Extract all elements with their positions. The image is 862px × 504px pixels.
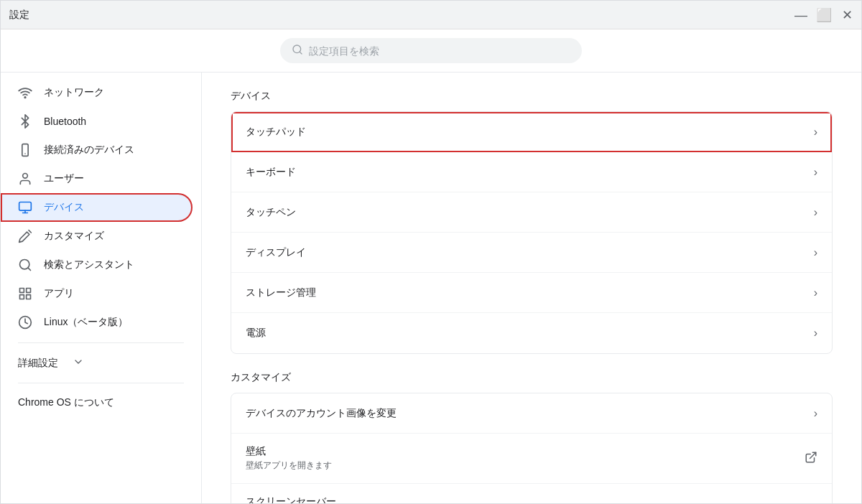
display-chevron-icon: › bbox=[814, 246, 817, 259]
device-item-power[interactable]: 電源 › bbox=[231, 313, 832, 353]
sidebar-label-apps: アプリ bbox=[44, 287, 74, 300]
content-area: デバイス タッチパッド › キーボード › bbox=[202, 73, 861, 504]
window-controls: — ⬜ ✕ bbox=[795, 9, 853, 21]
customize-section-title: カスタマイズ bbox=[231, 371, 833, 384]
power-chevron-icon: › bbox=[814, 327, 817, 340]
maximize-button[interactable]: ⬜ bbox=[818, 9, 830, 21]
customize-item-wallpaper[interactable]: 壁紙 壁紙アプリを開きます bbox=[231, 434, 832, 484]
device-item-storage[interactable]: ストレージ管理 › bbox=[231, 273, 832, 313]
touchpad-label: タッチパッド bbox=[246, 126, 814, 139]
svg-point-5 bbox=[23, 174, 28, 179]
wallpaper-sub: 壁紙アプリを開きます bbox=[246, 459, 805, 472]
search-wrap[interactable] bbox=[280, 38, 582, 63]
svg-line-1 bbox=[300, 52, 302, 54]
sidebar-item-connected-devices[interactable]: 接続済みのデバイス bbox=[1, 136, 193, 164]
customize-item-account-image[interactable]: デバイスのアカウント画像を変更 › bbox=[231, 393, 832, 434]
touchpad-chevron-icon: › bbox=[814, 126, 817, 139]
svg-rect-12 bbox=[20, 289, 24, 293]
sidebar-item-search-assistant[interactable]: 検索とアシスタント bbox=[1, 251, 193, 279]
sidebar-label-bluetooth: Bluetooth bbox=[44, 116, 86, 127]
sidebar-item-about[interactable]: Chrome OS について bbox=[1, 389, 201, 416]
svg-point-2 bbox=[24, 97, 26, 98]
grid-icon bbox=[18, 286, 32, 301]
sidebar-item-users[interactable]: ユーザー bbox=[1, 164, 193, 193]
account-image-text: デバイスのアカウント画像を変更 bbox=[246, 407, 814, 420]
customize-card: デバイスのアカウント画像を変更 › 壁紙 壁紙アプリを開きます bbox=[231, 393, 833, 504]
bluetooth-icon bbox=[18, 114, 32, 129]
sidebar-label-customize: カスタマイズ bbox=[44, 230, 104, 243]
device-item-touch-pen[interactable]: タッチペン › bbox=[231, 192, 832, 233]
sidebar-label-advanced: 詳細設定 bbox=[18, 357, 58, 370]
sidebar-item-advanced[interactable]: 詳細設定 bbox=[1, 349, 201, 377]
device-section-title: デバイス bbox=[231, 90, 833, 103]
sidebar-divider bbox=[18, 342, 184, 343]
account-image-chevron-icon: › bbox=[814, 407, 817, 420]
minimize-button[interactable]: — bbox=[795, 9, 807, 21]
display-label: ディスプレイ bbox=[246, 246, 814, 259]
screensaver-label: スクリーンセーバー bbox=[246, 495, 814, 504]
screensaver-text: スクリーンセーバー 停止中 bbox=[246, 495, 814, 504]
sidebar-label-search-assistant: 検索とアシスタント bbox=[44, 258, 134, 271]
touch-pen-chevron-icon: › bbox=[814, 206, 817, 219]
svg-rect-13 bbox=[27, 289, 31, 293]
device-item-keyboard[interactable]: キーボード › bbox=[231, 152, 832, 192]
sidebar-label-about: Chrome OS について bbox=[18, 396, 114, 409]
device-card: タッチパッド › キーボード › タッチペン › bbox=[231, 111, 833, 354]
phone-icon bbox=[18, 143, 32, 157]
device-section: デバイス タッチパッド › キーボード › bbox=[231, 90, 833, 354]
sidebar-divider-2 bbox=[18, 383, 184, 383]
close-button[interactable]: ✕ bbox=[841, 9, 853, 21]
pen-icon bbox=[18, 229, 32, 243]
customize-section: カスタマイズ デバイスのアカウント画像を変更 › 壁紙 壁紙アプリを開きます bbox=[231, 371, 833, 504]
keyboard-text: キーボード bbox=[246, 166, 814, 179]
sidebar-item-linux[interactable]: Linux（ベータ版） bbox=[1, 308, 193, 337]
chevron-down-icon bbox=[73, 356, 84, 370]
keyboard-chevron-icon: › bbox=[814, 166, 817, 179]
device-item-display[interactable]: ディスプレイ › bbox=[231, 233, 832, 273]
svg-line-11 bbox=[28, 268, 31, 271]
svg-rect-6 bbox=[19, 202, 32, 211]
device-item-touchpad[interactable]: タッチパッド › bbox=[231, 112, 832, 152]
person-icon bbox=[18, 172, 32, 186]
sidebar-label-network: ネットワーク bbox=[44, 86, 104, 99]
sidebar: ネットワーク Bluetooth 接続済みのデバイス bbox=[1, 73, 202, 504]
app-title: 設定 bbox=[9, 9, 29, 22]
titlebar: 設定 — ⬜ ✕ bbox=[1, 1, 861, 29]
wallpaper-text: 壁紙 壁紙アプリを開きます bbox=[246, 445, 805, 472]
storage-text: ストレージ管理 bbox=[246, 286, 814, 299]
app-container: ネットワーク Bluetooth 接続済みのデバイス bbox=[1, 29, 861, 504]
storage-chevron-icon: › bbox=[814, 286, 817, 299]
storage-label: ストレージ管理 bbox=[246, 286, 814, 299]
touch-pen-label: タッチペン bbox=[246, 206, 814, 219]
sidebar-item-device[interactable]: デバイス bbox=[1, 193, 193, 222]
svg-line-17 bbox=[810, 452, 816, 458]
search-assistant-icon bbox=[18, 258, 32, 272]
power-label: 電源 bbox=[246, 327, 814, 340]
svg-rect-14 bbox=[27, 295, 31, 299]
main-layout: ネットワーク Bluetooth 接続済みのデバイス bbox=[1, 73, 861, 504]
svg-rect-15 bbox=[20, 295, 24, 299]
sidebar-label-users: ユーザー bbox=[44, 172, 84, 185]
sidebar-item-network[interactable]: ネットワーク bbox=[1, 78, 193, 107]
sidebar-item-bluetooth[interactable]: Bluetooth bbox=[1, 107, 193, 136]
sidebar-label-device: デバイス bbox=[44, 201, 84, 214]
touch-pen-text: タッチペン bbox=[246, 206, 814, 219]
keyboard-label: キーボード bbox=[246, 166, 814, 179]
touchpad-text: タッチパッド bbox=[246, 126, 814, 139]
sidebar-item-apps[interactable]: アプリ bbox=[1, 279, 193, 308]
display-text: ディスプレイ bbox=[246, 246, 814, 259]
wallpaper-external-icon bbox=[805, 451, 817, 467]
svg-line-9 bbox=[29, 230, 31, 233]
sidebar-label-linux: Linux（ベータ版） bbox=[44, 316, 128, 329]
wifi-icon bbox=[18, 85, 32, 100]
search-input[interactable] bbox=[309, 45, 570, 57]
account-image-label: デバイスのアカウント画像を変更 bbox=[246, 407, 814, 420]
power-text: 電源 bbox=[246, 327, 814, 340]
customize-item-screensaver[interactable]: スクリーンセーバー 停止中 › bbox=[231, 484, 832, 504]
search-icon bbox=[292, 44, 303, 57]
sidebar-item-customize[interactable]: カスタマイズ bbox=[1, 222, 193, 251]
monitor-icon bbox=[18, 200, 32, 215]
sidebar-label-connected-devices: 接続済みのデバイス bbox=[44, 144, 134, 157]
linux-icon bbox=[18, 315, 32, 330]
search-bar bbox=[1, 29, 861, 73]
